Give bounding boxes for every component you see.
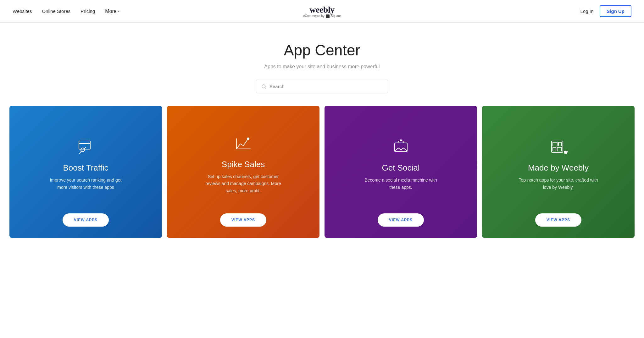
logo: weebly eCommerce by Square [303, 5, 341, 18]
svg-rect-18 [557, 147, 562, 151]
svg-rect-10 [395, 143, 407, 152]
card-sales-title: Spike Sales [203, 160, 284, 169]
card-weebly-title: Made by Weebly [518, 163, 599, 173]
svg-line-5 [80, 151, 81, 154]
search-icon [261, 84, 266, 89]
card-get-social: Get Social Become a social media machine… [325, 106, 477, 238]
login-button[interactable]: Log In [580, 8, 594, 14]
get-social-icon [391, 138, 410, 157]
signup-button[interactable]: Sign Up [600, 5, 631, 17]
card-boost-traffic: Boost Traffic Improve your search rankin… [9, 106, 162, 238]
logo-tagline: eCommerce by Square [303, 14, 341, 18]
made-by-weebly-icon: W [549, 138, 568, 157]
search-container [256, 80, 388, 93]
svg-rect-16 [558, 142, 562, 146]
svg-point-13 [400, 139, 402, 141]
nav-links: Websites Online Stores Pricing More ▾ [13, 8, 119, 14]
sales-view-apps-button[interactable]: VIEW APPS [220, 213, 266, 227]
svg-rect-17 [553, 147, 556, 151]
navigation: Websites Online Stores Pricing More ▾ we… [0, 0, 644, 23]
chevron-down-icon: ▾ [118, 9, 119, 13]
page-title: App Center [6, 42, 638, 59]
nav-auth: Log In Sign Up [580, 5, 631, 17]
spike-sales-icon [234, 134, 253, 153]
card-spike-sales: Spike Sales Set up sales channels, get c… [167, 106, 319, 238]
svg-line-1 [265, 87, 266, 88]
square-icon [326, 14, 330, 18]
nav-websites[interactable]: Websites [13, 8, 32, 14]
cards-grid: Boost Traffic Improve your search rankin… [0, 106, 644, 251]
card-sales-desc: Set up sales channels, get customer revi… [203, 173, 284, 194]
logo-name: weebly [303, 5, 341, 15]
card-boost-title: Boost Traffic [45, 163, 127, 173]
social-view-apps-button[interactable]: VIEW APPS [378, 213, 424, 227]
card-social-title: Get Social [360, 163, 442, 173]
boost-view-apps-button[interactable]: VIEW APPS [63, 213, 109, 227]
nav-pricing[interactable]: Pricing [80, 8, 95, 14]
search-input[interactable] [269, 84, 383, 89]
card-social-desc: Become a social media machine with these… [360, 177, 442, 191]
svg-rect-2 [79, 141, 90, 149]
svg-point-9 [247, 138, 249, 140]
svg-text:W: W [564, 150, 568, 154]
svg-rect-15 [553, 142, 557, 146]
nav-more[interactable]: More ▾ [105, 8, 119, 14]
card-weebly-desc: Top-notch apps for your site, crafted wi… [518, 177, 599, 191]
boost-traffic-icon [76, 138, 95, 157]
card-made-by-weebly: W Made by Weebly Top-notch apps for your… [482, 106, 635, 238]
hero-subtitle: Apps to make your site and business more… [6, 64, 638, 70]
weebly-view-apps-button[interactable]: VIEW APPS [535, 213, 581, 227]
nav-online-stores[interactable]: Online Stores [42, 8, 70, 14]
hero-section: App Center Apps to make your site and bu… [0, 23, 644, 106]
card-boost-desc: Improve your search ranking and get more… [45, 177, 127, 191]
